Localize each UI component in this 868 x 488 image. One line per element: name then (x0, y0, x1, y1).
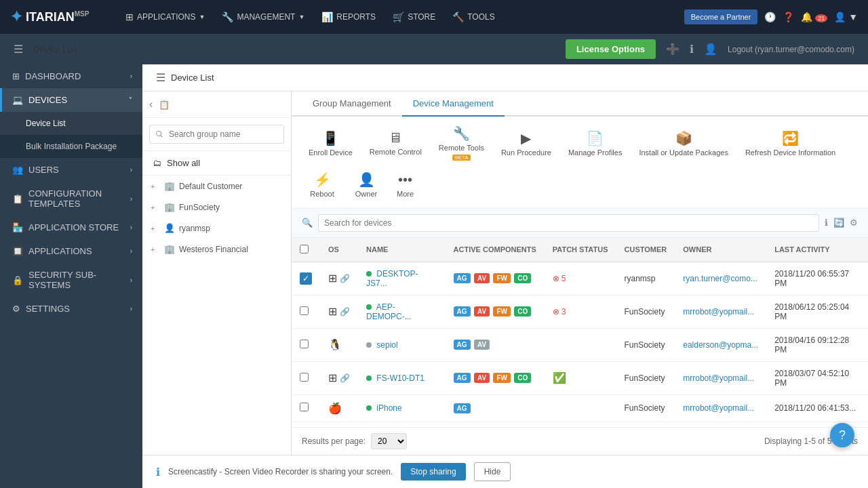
sidebar-item-bulk-install[interactable]: Bulk Installation Package (0, 135, 142, 158)
sidebar-item-applications[interactable]: 🔲 APPLICATIONS › (0, 239, 142, 263)
windows-icon: ⊞ (328, 371, 337, 384)
os-cell: 🍎 (320, 394, 358, 422)
user-icon[interactable]: 👤 ▼ (834, 12, 858, 22)
reboot-button[interactable]: ⚡ Reboot (302, 168, 342, 202)
device-name-link[interactable]: iPhone (376, 403, 401, 413)
sidebar-item-users[interactable]: 👥 USERS › (0, 158, 142, 182)
remote-control-button[interactable]: 🖥 Remote Control (363, 127, 429, 160)
ag-badge: AG (454, 373, 471, 383)
last-activity-cell: 2018/11/20 06:41:53... (766, 394, 868, 422)
collapse-panel-icon[interactable]: ‹ (146, 95, 156, 114)
add-icon[interactable]: ➕ (666, 43, 679, 56)
search-devices-input[interactable] (318, 214, 819, 232)
device-name-link[interactable]: sepiol (376, 340, 397, 350)
manage-profiles-button[interactable]: 📄 Manage Profiles (561, 127, 629, 161)
arrow-icon: ▼ (298, 14, 304, 20)
owner-link[interactable]: mrrobot@yopmail... (683, 373, 754, 383)
logo-icon: ✦ (10, 8, 22, 26)
search-icon: 🔍 (302, 218, 313, 228)
sidebar-item-app-store[interactable]: 🏪 APPLICATION STORE › (0, 216, 142, 239)
select-all-checkbox[interactable] (300, 245, 309, 253)
nav-reports[interactable]: 📊 REPORTS (315, 7, 382, 26)
device-search-bar: 🔍 ℹ 🔄 ⚙ (292, 209, 868, 238)
filter-icon[interactable]: ⚙ (850, 218, 858, 228)
group-item-ryanmsp[interactable]: + 👤 ryanmsp (142, 218, 291, 239)
sidebar-item-devices[interactable]: 💻 DEVICES ˅ (0, 88, 142, 112)
run-procedure-icon: ▶ (521, 130, 531, 146)
device-table: OS NAME ACTIVE COMPONENTS PATCH STATUS C… (292, 238, 868, 422)
sidebar-item-settings[interactable]: ⚙ SETTINGS › (0, 297, 142, 321)
device-name-link[interactable]: AEP-DEMOPC-... (366, 302, 412, 321)
row-checkbox[interactable] (300, 306, 309, 315)
sidebar-item-device-list[interactable]: Device List (0, 112, 142, 135)
nav-applications[interactable]: ⊞ APPLICATIONS ▼ (119, 7, 212, 26)
help-bubble-button[interactable]: ? (830, 423, 854, 447)
av-badge: AV (474, 373, 490, 383)
screencastify-icon: ℹ (156, 466, 160, 479)
owner-link[interactable]: ryan.turner@como... (683, 274, 757, 283)
tab-device-management[interactable]: Device Management (402, 92, 505, 117)
become-partner-button[interactable]: Become a Partner (684, 9, 758, 24)
clock-icon[interactable]: 🕐 (764, 12, 776, 22)
patch-status-cell: ⊗ 5 (545, 262, 616, 295)
remote-control-icon: 🖥 (389, 130, 402, 146)
search-group-input[interactable] (149, 125, 284, 144)
row-checkbox[interactable] (300, 403, 309, 411)
windows-icon: ⊞ (328, 272, 337, 285)
remote-tools-button[interactable]: 🔧 Remote ToolsBETA (432, 122, 491, 165)
refresh-device-button[interactable]: 🔁 Refresh Device Information (738, 127, 842, 161)
logout-label[interactable]: Logout (ryan.turner@comodo.com) (728, 45, 854, 54)
info-icon[interactable]: ℹ (690, 43, 694, 56)
group-item-funsociety[interactable]: + 🏢 FunSociety (142, 197, 291, 218)
device-name-link[interactable]: FS-W10-DT1 (376, 373, 425, 383)
status-indicator (366, 375, 372, 381)
owner-link[interactable]: mrrobot@yopmail... (683, 403, 754, 413)
breadcrumb-hamburger-icon[interactable]: ☰ (156, 71, 165, 84)
notifications-icon[interactable]: 🔔 21 (801, 12, 827, 22)
owner-link[interactable]: ealderson@yopma... (683, 340, 758, 350)
hamburger-menu-icon[interactable]: ☰ (14, 43, 23, 56)
row-checkbox[interactable] (300, 340, 309, 348)
show-all-button[interactable]: 🗂 Show all (142, 151, 291, 176)
top-nav: ⊞ APPLICATIONS ▼ 🔧 MANAGEMENT ▼ 📊 REPORT… (119, 7, 671, 26)
sidebar-item-security[interactable]: 🔒 SECURITY SUB-SYSTEMS › (0, 263, 142, 297)
refresh-search-icon[interactable]: 🔄 (833, 218, 844, 228)
top-bar: ✦ ITARIANMSP ⊞ APPLICATIONS ▼ 🔧 MANAGEME… (0, 0, 868, 34)
nav-tools[interactable]: 🔨 TOOLS (446, 7, 501, 26)
secondary-bar: ☰ Device List License Options ➕ ℹ 👤 Logo… (0, 34, 868, 64)
device-name-link[interactable]: DESKTOP-JS7... (366, 269, 418, 288)
group-item-default-customer[interactable]: + 🏢 Default Customer (142, 176, 291, 197)
run-procedure-button[interactable]: ▶ Run Procedure (494, 127, 558, 161)
sidebar-item-config-templates[interactable]: 📋 CONFIGURATION TEMPLATES › (0, 182, 142, 216)
group-item-westeros[interactable]: + 🏢 Westeros Financial (142, 239, 291, 260)
per-page-select[interactable]: 20 50 100 (371, 433, 407, 449)
expand-icon: + (151, 245, 160, 253)
info-circle-icon: ℹ (825, 218, 828, 228)
row-checkbox[interactable] (300, 373, 309, 382)
help-icon[interactable]: ❓ (783, 12, 794, 22)
more-button[interactable]: ••• More (390, 169, 420, 201)
group-icon: 🏢 (164, 244, 175, 254)
tab-group-management[interactable]: Group Management (302, 92, 402, 117)
apple-icon: 🍎 (328, 403, 342, 414)
hide-button[interactable]: Hide (474, 462, 511, 481)
device-table-container: OS NAME ACTIVE COMPONENTS PATCH STATUS C… (292, 238, 868, 427)
results-per-page: Results per page: 20 50 100 (302, 433, 407, 449)
groups-panel: ‹ 📋 🗂 Show all + 🏢 Default Customer + (142, 92, 292, 455)
applications-icon: ⊞ (125, 12, 134, 22)
stop-sharing-button[interactable]: Stop sharing (401, 463, 465, 481)
enroll-device-button[interactable]: 📱 Enroll Device (302, 127, 359, 161)
users-icon: 👥 (12, 165, 23, 175)
manage-profiles-icon: 📄 (587, 130, 604, 146)
install-update-button[interactable]: 📦 Install or Update Packages (632, 127, 734, 161)
sidebar-item-dashboard[interactable]: ⊞ DASHBOARD › (0, 64, 142, 88)
nav-management[interactable]: 🔧 MANAGEMENT ▼ (215, 7, 311, 26)
co-badge: CO (514, 273, 531, 283)
nav-store[interactable]: 🛒 STORE (386, 7, 442, 26)
license-options-button[interactable]: License Options (566, 39, 656, 59)
table-footer: Results per page: 20 50 100 Displaying 1… (292, 427, 868, 455)
logout-user-icon[interactable]: 👤 (704, 43, 717, 56)
owner-link[interactable]: mrrobot@yopmail... (683, 307, 754, 317)
owner-button[interactable]: 👤 Owner (346, 168, 387, 202)
row-checkbox[interactable]: ✓ (300, 272, 312, 285)
